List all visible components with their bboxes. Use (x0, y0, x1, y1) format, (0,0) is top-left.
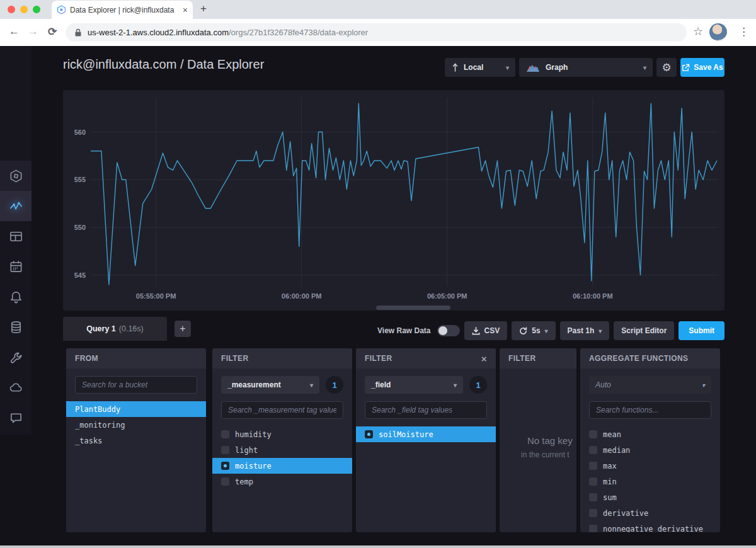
bucket-item[interactable]: _tasks (66, 433, 206, 448)
svg-text:555: 555 (74, 176, 86, 183)
measurement-item[interactable]: temp (212, 474, 352, 489)
function-search-input[interactable] (589, 401, 711, 419)
nav-dashboards[interactable] (0, 221, 32, 251)
nav-tasks[interactable] (0, 251, 32, 282)
measurement-filter-panel: FILTER _measurement ▾ 1 humiditylightmoi… (212, 348, 352, 532)
checkbox-icon (589, 493, 597, 501)
filter-title: FILTER (508, 354, 536, 363)
bucket-item[interactable]: PlantBuddy (66, 401, 206, 417)
reload-icon[interactable]: ⟳ (48, 25, 57, 38)
bucket-item-label: _monitoring (75, 421, 125, 430)
nav-settings[interactable] (0, 342, 32, 372)
measurement-item-label: light (235, 446, 258, 455)
save-as-button[interactable]: Save As (680, 58, 724, 77)
script-editor-button[interactable]: Script Editor (614, 321, 674, 340)
function-item[interactable]: derivative (580, 505, 720, 521)
panel-header: FILTER (212, 348, 352, 368)
submit-button[interactable]: Submit (679, 321, 724, 340)
function-item[interactable]: median (580, 442, 720, 458)
nav-load-data[interactable] (0, 312, 32, 342)
field-search-input[interactable] (365, 401, 487, 419)
view-raw-data-toggle[interactable] (437, 325, 460, 336)
measurement-search-input[interactable] (221, 401, 343, 419)
line-chart[interactable]: 54555055556005:55:00 PM06:00:00 PM06:05:… (63, 90, 724, 311)
close-tab-icon[interactable]: × (183, 6, 188, 14)
star-icon[interactable]: ☆ (693, 25, 703, 38)
timezone-dropdown[interactable]: Local ▾ (445, 58, 515, 77)
filter-title: FILTER (365, 354, 392, 363)
function-item[interactable]: max (580, 458, 720, 474)
chevron-down-icon: ▾ (702, 382, 705, 389)
bucket-item[interactable]: _monitoring (66, 417, 206, 433)
measurement-item[interactable]: light (212, 442, 352, 458)
svg-text:06:00:00 PM: 06:00:00 PM (282, 292, 322, 300)
nav-usage-cloud[interactable] (0, 372, 32, 402)
svg-text:560: 560 (74, 128, 86, 136)
bucket-search-input[interactable] (75, 376, 197, 394)
query-tab-label: Query 1 (86, 324, 116, 333)
tag-key-select[interactable]: _measurement ▾ (221, 376, 319, 394)
auto-refresh-dropdown[interactable]: 5s ▾ (512, 321, 555, 340)
browser-tab[interactable]: Data Explorer | rick@influxdata × (52, 1, 193, 19)
svg-text:06:05:00 PM: 06:05:00 PM (427, 292, 467, 300)
function-item[interactable]: sum (580, 489, 720, 505)
measurement-item[interactable]: humidity (212, 426, 352, 442)
traffic-zoom-icon[interactable] (33, 6, 40, 13)
function-item[interactable]: min (580, 474, 720, 489)
forward-icon[interactable]: → (28, 25, 38, 38)
traffic-minimize-icon[interactable] (20, 6, 28, 13)
lock-icon (74, 28, 82, 37)
time-range-dropdown[interactable]: Past 1h ▾ (560, 321, 610, 340)
influxdb-app: rick@influxdata.com / Data Explorer Loca… (0, 46, 756, 545)
panel-header: FROM (66, 348, 206, 368)
empty-filter-panel: FILTER No tag key in the current t (500, 348, 576, 532)
tag-key-label: _field (371, 380, 391, 389)
function-item-label: median (603, 446, 630, 455)
tab-title: Data Explorer | rick@influxdata (70, 6, 179, 14)
resize-drag-handle[interactable] (376, 305, 450, 310)
function-item[interactable]: nonnegative derivative (580, 521, 720, 532)
address-bar[interactable]: us-west-2-1.aws.cloud2.influxdata.com/or… (66, 23, 687, 42)
new-tab-button[interactable]: + (200, 3, 207, 15)
window-bottom-edge (0, 545, 756, 548)
field-list: soilMoisture (356, 426, 496, 442)
refresh-interval-label: 5s (532, 326, 540, 335)
tag-key-select[interactable]: _field ▾ (365, 376, 463, 394)
settings-gear-button[interactable]: ⚙ (656, 58, 677, 77)
back-icon[interactable]: ← (9, 25, 20, 38)
function-item-label: nonnegative derivative (603, 525, 703, 533)
csv-download-button[interactable]: CSV (464, 321, 508, 340)
visualization-type-label: Graph (546, 63, 568, 72)
visualization-type-dropdown[interactable]: Graph ▾ (519, 58, 653, 77)
traffic-close-icon[interactable] (8, 6, 15, 13)
nav-data-explorer[interactable] (0, 191, 32, 221)
toggle-knob (438, 326, 447, 335)
svg-text:545: 545 (74, 271, 86, 279)
checkbox-icon (589, 509, 597, 517)
function-item[interactable]: mean (580, 426, 720, 442)
field-item[interactable]: soilMoisture (356, 426, 496, 442)
influxdb-logo-icon[interactable] (0, 161, 32, 191)
query-tab[interactable]: Query 1 (0.16s) (63, 317, 167, 341)
add-query-button[interactable]: + (175, 321, 191, 337)
function-list: meanmedianmaxminsumderivativenonnegative… (580, 426, 720, 532)
side-nav (0, 46, 32, 435)
svg-text:06:10:00 PM: 06:10:00 PM (573, 292, 613, 300)
nav-alerts[interactable] (0, 282, 32, 312)
measurement-item[interactable]: moisture (212, 458, 352, 474)
nav-feedback[interactable] (0, 402, 32, 433)
remove-filter-icon[interactable]: × (481, 353, 487, 364)
panel-header: FILTER × (356, 348, 496, 368)
url-path: /orgs/27b1f32678fe4738/data-explorer (229, 28, 368, 37)
aggregate-mode-select[interactable]: Auto ▾ (589, 376, 711, 394)
checkbox-icon (221, 462, 229, 470)
panel-header: AGGREGATE FUNCTIONS (580, 348, 720, 368)
panel-header: FILTER (500, 348, 576, 368)
bucket-item-label: _tasks (75, 437, 102, 445)
checkbox-icon (221, 446, 229, 454)
plus-icon: + (180, 323, 185, 334)
refresh-icon (519, 327, 527, 335)
avatar[interactable] (709, 23, 727, 41)
page-title: rick@influxdata.com / Data Explorer (63, 57, 264, 72)
kebab-menu-icon[interactable]: ⋮ (738, 25, 749, 38)
